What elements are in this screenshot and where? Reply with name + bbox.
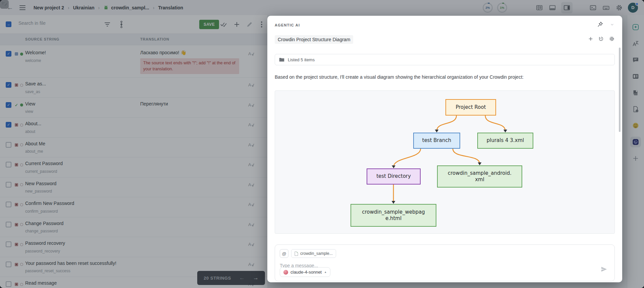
- conversation-title-row: Crowdin Project Structure Diagram: [275, 35, 615, 44]
- send-button[interactable]: [600, 266, 608, 274]
- model-name: claude-4-sonnet: [290, 270, 322, 275]
- history-icon[interactable]: [598, 36, 604, 43]
- tool-result-box[interactable]: Listed 5 items: [275, 54, 615, 65]
- diagram-node-root: Project Root: [445, 99, 496, 116]
- send-plane-icon: [600, 266, 608, 273]
- project-structure-diagram: Project Roottest Branchplurals 4 3.xmlte…: [275, 90, 615, 234]
- mention-button[interactable]: @: [280, 249, 288, 258]
- diagram-node-directory: test Directory: [367, 168, 421, 185]
- tool-result-label: Listed 5 items: [288, 57, 315, 62]
- caret-up-icon: ▲: [324, 271, 327, 274]
- collapse-chevron-icon[interactable]: [609, 22, 615, 28]
- conversation-title[interactable]: Crowdin Project Structure Diagram: [275, 35, 353, 44]
- context-file-chip[interactable]: crowdin_sample...: [291, 249, 336, 258]
- diagram-node-android: crowdin_sample_android.xml: [437, 165, 522, 188]
- assistant-settings-icon[interactable]: [609, 36, 615, 43]
- assistant-message: Based on the project structure, I'll cre…: [275, 74, 615, 80]
- model-logo-icon: [283, 270, 288, 275]
- modal-scrollbar[interactable]: [619, 48, 621, 132]
- diagram-node-webpage: crowdin_sample_webpage.html: [351, 204, 436, 227]
- new-conversation-icon[interactable]: [588, 36, 593, 43]
- app-window: ← New project 2›Ukrainian›crowdin_sampl.…: [0, 0, 644, 288]
- modal-title: AGENTIC AI: [275, 23, 300, 27]
- diagram-node-plurals: plurals 4 3.xml: [477, 133, 533, 149]
- agentic-ai-modal: AGENTIC AI Crowdin Project Structure Dia…: [267, 16, 622, 282]
- file-icon: [294, 251, 298, 256]
- pin-icon[interactable]: [597, 21, 603, 29]
- folder-icon: [279, 57, 284, 62]
- message-composer[interactable]: @ crowdin_sample... Type a message... cl…: [275, 244, 615, 281]
- diagram-edges: [275, 91, 614, 233]
- model-selector[interactable]: claude-4-sonnet ▲: [280, 267, 330, 277]
- diagram-node-branch: test Branch: [413, 133, 460, 149]
- modal-header: AGENTIC AI: [275, 21, 615, 29]
